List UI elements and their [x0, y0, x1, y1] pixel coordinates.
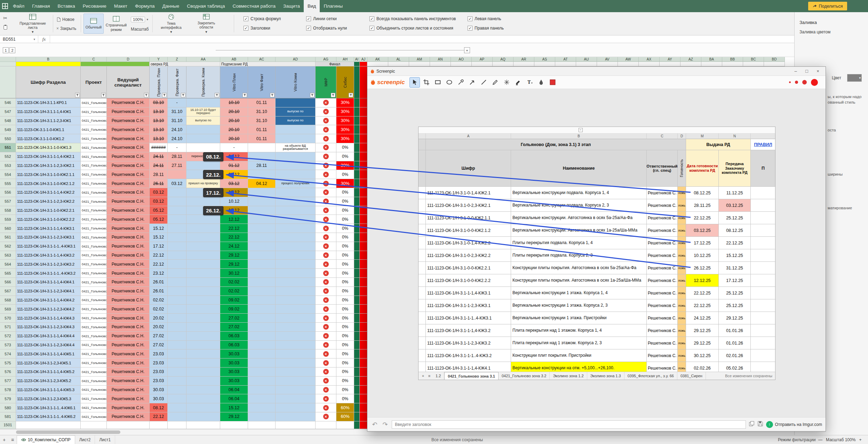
size-dot-large[interactable]: [802, 80, 807, 84]
header-y[interactable]: Проверка. План: [150, 66, 168, 98]
capture-cell-name[interactable]: Плиты перекрытия подвала. Корпуса 2, 3: [511, 249, 647, 262]
cell-vitro-fact[interactable]: [248, 323, 276, 332]
capture-col-N[interactable]: N: [719, 134, 751, 139]
cell-vitro-plan[interactable]: 29.12: [220, 412, 248, 421]
capture-sheet-tab[interactable]: Эколино зона 1.2: [550, 372, 587, 380]
menu-tab-Макет[interactable]: Макет: [110, 0, 131, 12]
capture-cell-code[interactable]: 111-1123-ОК-1/Н-3.1-1-2,3-КЖ3.2: [426, 337, 511, 349]
empty-cell[interactable]: [660, 62, 680, 66]
capture-cell-got[interactable]: ложь: [678, 349, 686, 362]
cell-vitro-plan[interactable]: 09.02: [220, 296, 248, 305]
filter-icon[interactable]: [101, 93, 106, 97]
cell-mfr-status[interactable]: ×: [316, 251, 336, 260]
cell-vitro-plan[interactable]: 20.10: [220, 125, 248, 134]
cell-project[interactable]: 0421_Гольяново 3.1: [81, 251, 107, 260]
cell-sebes[interactable]: 0%: [336, 305, 354, 314]
cell-red-stripe[interactable]: [360, 260, 367, 269]
cell-vitro-fact[interactable]: [248, 251, 276, 260]
cell-project[interactable]: 0421_Гольяново 3.1: [81, 314, 107, 323]
capture-cell-otv[interactable]: Решетников С.: [647, 224, 678, 237]
capture-cell-otv[interactable]: Решетников С.: [647, 324, 678, 337]
corner-cell[interactable]: [0, 57, 16, 62]
cell-lead[interactable]: Решетников С.Н.: [107, 233, 150, 242]
cell-check-comm[interactable]: [186, 161, 220, 170]
cell-vitro-comm[interactable]: [276, 269, 316, 278]
cell-check-fact[interactable]: [168, 412, 186, 421]
cell-mfr-status[interactable]: ×: [316, 332, 336, 341]
menu-tab-Плагины[interactable]: Плагины: [320, 0, 347, 12]
cell-vitro-fact[interactable]: [248, 206, 276, 215]
cell-check-fact[interactable]: [168, 188, 186, 197]
capture-cell-got[interactable]: ложь: [678, 212, 686, 224]
cell-red-stripe[interactable]: [360, 332, 367, 341]
capture-cell-extra[interactable]: [751, 337, 775, 349]
cell-lead[interactable]: Решетников С.Н.: [107, 386, 150, 395]
row-number[interactable]: 559: [0, 215, 16, 224]
capture-cell-otv[interactable]: Решетников С.: [647, 262, 678, 274]
cell-vitro-comm[interactable]: [276, 242, 316, 251]
capture-cell-name[interactable]: Конструкции плиты покрытия. Автостоянка …: [511, 262, 647, 274]
cell-mfr-status[interactable]: ×: [316, 143, 336, 152]
freeze-button[interactable]: Закрепить области ▾: [190, 14, 223, 34]
cell-ai[interactable]: [354, 260, 360, 269]
cell-vitro-plan[interactable]: 06.03: [220, 341, 248, 350]
cell-vitro-fact[interactable]: [248, 188, 276, 197]
cell-vitro-plan[interactable]: 27.02: [220, 314, 248, 323]
cell-vitro-fact[interactable]: [248, 349, 276, 358]
cell-check-fact[interactable]: [168, 251, 186, 260]
capture-row-number[interactable]: [419, 237, 426, 249]
capture-cell-got[interactable]: ложь: [678, 287, 686, 299]
capture-header-got[interactable]: Готовность: [678, 150, 686, 187]
row-number[interactable]: 554: [0, 170, 16, 179]
cell-check-fact[interactable]: [168, 296, 186, 305]
capture-cell-transfer-date[interactable]: 31.12.25: [719, 262, 751, 274]
cell-mfr-status[interactable]: ×: [316, 188, 336, 197]
cell-check-comm[interactable]: [186, 224, 220, 233]
row-number[interactable]: 570: [0, 314, 16, 323]
capture-cell-ready-date[interactable]: 22.12.25: [686, 212, 719, 224]
cell-lead[interactable]: Решетников С.Н.: [107, 314, 150, 323]
annotation-date-label[interactable]: 26.12.: [203, 206, 223, 215]
cell-code[interactable]: 111-1123-ОК-1/Н-3.1-2,3-КЖ5.1: [16, 358, 81, 368]
row-number[interactable]: 564: [0, 260, 16, 269]
cell-code[interactable]: 111-1123-ОК-1/Н-3.1-1-0-КЖ2.2.1: [16, 206, 81, 215]
col-letter-AG[interactable]: AG: [316, 57, 336, 62]
capture-header-shifr[interactable]: Шифр: [426, 150, 511, 187]
cell-check-plan[interactable]: 23.03: [150, 358, 168, 368]
current-color-dot[interactable]: [811, 79, 818, 86]
capture-cell-transfer-date[interactable]: 25.12.25: [719, 212, 751, 224]
sheet-tab[interactable]: Лист2: [75, 435, 95, 444]
row-number[interactable]: 567: [0, 287, 16, 296]
cell-mfr-status[interactable]: ×: [316, 179, 336, 188]
cell-code[interactable]: 111-1123-ОК-1/Н-3.1-1-1,4-КЖ3.2: [16, 251, 81, 260]
header-aa[interactable]: Проверка. Комм: [186, 66, 220, 98]
cell-check-plan[interactable]: 13.10: [150, 125, 168, 134]
cell-vitro-plan[interactable]: 02.02: [220, 287, 248, 296]
capture-col-D[interactable]: D: [678, 134, 686, 139]
cell-check-fact[interactable]: [168, 377, 186, 386]
cell-check-comm[interactable]: [186, 233, 220, 242]
cell-ai[interactable]: [354, 197, 360, 206]
cell-ai[interactable]: [354, 152, 360, 161]
cell-vitro-plan[interactable]: 05.12: [220, 170, 248, 179]
cell-vitro-fact[interactable]: [248, 305, 276, 314]
cell-check-fact[interactable]: 24.10: [168, 125, 186, 134]
cell-check-fact[interactable]: [168, 260, 186, 269]
capture-header-n[interactable]: Передача Заказчику комплекта РД: [719, 150, 751, 187]
cell-vitro-plan[interactable]: 30.03: [220, 358, 248, 368]
cell-check-comm[interactable]: [186, 269, 220, 278]
cell-sebes[interactable]: 0%: [336, 170, 354, 179]
header-ac[interactable]: Vitro Факт: [248, 66, 276, 98]
cell-project[interactable]: 0421_Гольяново 3.1: [81, 98, 107, 107]
menu-tab-Данные[interactable]: Данные: [159, 0, 183, 12]
capture-cell-ready-date[interactable]: 22.12.25: [686, 287, 719, 299]
view-checkbox[interactable]: ✓Линии сетки: [306, 16, 337, 21]
col-letter-AL[interactable]: AL: [388, 57, 409, 62]
ai-col-row1[interactable]: [354, 62, 360, 66]
capture-cell-ready-date[interactable]: 30.12.25: [686, 349, 719, 362]
cell-ai[interactable]: [354, 233, 360, 242]
copy-icon[interactable]: [749, 421, 755, 428]
upload-imgur-button[interactable]: ↑ Отправить на Imgur.com: [766, 421, 822, 428]
filter-icon[interactable]: [349, 93, 353, 97]
cell-project[interactable]: 0421_Гольяново 3.1: [81, 349, 107, 358]
